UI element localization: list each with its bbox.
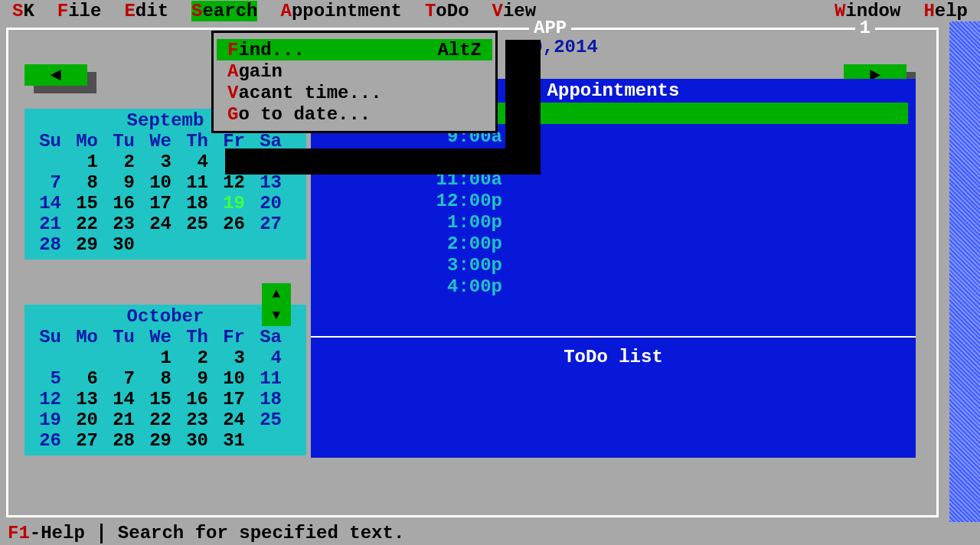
cal-day-cell[interactable]: 15: [67, 193, 104, 214]
appointment-selected-row[interactable]: [487, 103, 908, 124]
menu-item-odo[interactable]: ToDo: [425, 1, 469, 21]
cal-day-cell[interactable]: 11: [251, 368, 288, 389]
menu-item-dit[interactable]: Edit: [124, 1, 168, 21]
cal-day-cell[interactable]: 21: [104, 410, 141, 430]
cal-day-cell[interactable]: 1: [67, 152, 104, 172]
cal-header-cell: Tu: [104, 131, 141, 152]
cal-header-cell: Tu: [104, 327, 141, 348]
menu-item-earch[interactable]: Search: [191, 1, 257, 21]
cal-day-cell[interactable]: 9: [104, 172, 141, 193]
cal-day-cell[interactable]: 19: [31, 410, 67, 430]
status-bar: F1 -Help Search for specified text.: [8, 523, 404, 543]
cal-day-cell[interactable]: 4: [178, 152, 214, 172]
time-slot[interactable]: 3:00p: [395, 255, 502, 276]
cal-day-cell[interactable]: 31: [214, 430, 251, 451]
search-menu-item-acanttime[interactable]: Vacant time...: [217, 82, 492, 103]
cal-day-cell[interactable]: 13: [251, 172, 288, 193]
cal-day-cell[interactable]: 10: [214, 368, 251, 389]
cal-day-cell[interactable]: 16: [104, 193, 141, 214]
cal-day-cell[interactable]: 28: [31, 234, 67, 255]
cal-header-cell: We: [141, 327, 178, 348]
time-slot[interactable]: 2:00p: [395, 233, 502, 255]
cal-day-cell[interactable]: 15: [141, 389, 178, 410]
search-menu-item-otodate[interactable]: Go to date...: [217, 103, 492, 125]
window-number: 1: [855, 18, 875, 38]
cal-day-cell[interactable]: 8: [141, 368, 178, 389]
cal-day-cell[interactable]: 24: [141, 214, 178, 234]
cal-header-cell: Su: [31, 327, 67, 348]
time-slot[interactable]: 12:00p: [395, 191, 502, 212]
calendar-title: October: [31, 306, 300, 327]
right-scrollbar[interactable]: [949, 21, 980, 522]
menu-item-elp[interactable]: Help: [923, 1, 968, 21]
cal-day-cell[interactable]: 29: [141, 430, 178, 451]
cal-day-cell: [31, 348, 67, 368]
cal-day-cell: [104, 348, 141, 368]
time-slot[interactable]: 1:00p: [395, 212, 502, 233]
cal-header-cell: Sa: [251, 327, 288, 348]
panel-divider: [311, 336, 916, 338]
cal-day-cell[interactable]: 27: [251, 214, 288, 234]
cal-day-cell[interactable]: 17: [141, 193, 178, 214]
cal-day-cell[interactable]: 6: [67, 368, 104, 389]
cal-day-cell[interactable]: 28: [104, 430, 141, 451]
cal-day-cell[interactable]: 23: [104, 214, 141, 234]
cal-day-cell[interactable]: 9: [178, 368, 214, 389]
cal-day-cell[interactable]: 14: [31, 193, 67, 214]
cal-day-cell[interactable]: 20: [251, 193, 288, 214]
cal-day-cell[interactable]: 18: [178, 193, 214, 214]
cal-day-cell[interactable]: 24: [214, 410, 251, 430]
cal-header-cell: Mo: [67, 327, 104, 348]
cal-day-cell[interactable]: 1: [141, 348, 178, 368]
cal-day-cell[interactable]: 25: [178, 214, 214, 234]
menu-shadow-bottom: [225, 148, 541, 175]
cal-day-cell[interactable]: 26: [214, 214, 251, 234]
cal-day-cell[interactable]: 3: [141, 152, 178, 172]
search-menu-item-gain[interactable]: Again: [217, 60, 492, 82]
calendar-october: OctoberSuMoTuWeThFrSa1234567891011121314…: [24, 305, 306, 455]
cal-day-cell[interactable]: 20: [67, 410, 104, 430]
todo-header: ToDo list: [311, 347, 916, 367]
cal-day-cell[interactable]: 18: [251, 389, 288, 410]
cal-day-cell[interactable]: 21: [31, 214, 67, 234]
cal-day-cell[interactable]: 4: [251, 348, 288, 368]
cal-day-cell[interactable]: 25: [251, 410, 288, 430]
cal-day-cell[interactable]: 14: [104, 389, 141, 410]
cal-day-cell[interactable]: 7: [104, 368, 141, 389]
cal-day-cell[interactable]: 11: [178, 172, 214, 193]
cal-day-cell: [67, 348, 104, 368]
cal-day-cell[interactable]: 17: [214, 389, 251, 410]
cal-day-cell[interactable]: 23: [178, 410, 214, 430]
cal-header-cell: Fr: [214, 327, 251, 348]
cal-day-cell[interactable]: 30: [178, 430, 214, 451]
cal-header-cell: Th: [178, 131, 214, 152]
cal-day-cell[interactable]: 3: [214, 348, 251, 368]
appointments-panel: Appointments 9:00a10:00a11:00a12:00p1:00…: [311, 79, 916, 458]
cal-day-cell[interactable]: 16: [178, 389, 214, 410]
cal-day-cell[interactable]: 7: [31, 172, 67, 193]
prev-arrow-button[interactable]: ◄: [24, 64, 87, 86]
cal-day-cell[interactable]: 22: [67, 214, 104, 234]
cal-day-cell[interactable]: 27: [67, 430, 104, 451]
cal-day-cell[interactable]: 2: [178, 348, 214, 368]
search-dropdown: Find...AltZAgainVacant time...Go to date…: [211, 31, 498, 133]
menu-item-ile[interactable]: File: [57, 1, 102, 21]
menu-item-k[interactable]: SK: [12, 1, 34, 21]
cal-day-cell[interactable]: 12: [31, 389, 67, 410]
cal-day-cell[interactable]: 19: [214, 193, 251, 214]
cal-day-cell[interactable]: 30: [104, 234, 141, 255]
time-slot[interactable]: 4:00p: [395, 276, 502, 298]
search-menu-item-ind[interactable]: Find...AltZ: [217, 39, 492, 60]
cal-day-cell[interactable]: 2: [104, 152, 141, 172]
cal-day-cell[interactable]: 8: [67, 172, 104, 193]
cal-day-cell[interactable]: 10: [141, 172, 178, 193]
calendar-spinner[interactable]: ▲ ▼: [262, 283, 291, 326]
cal-day-cell[interactable]: 26: [31, 430, 67, 451]
menu-item-ppointment[interactable]: Appointment: [280, 1, 401, 21]
cal-day-cell[interactable]: 22: [141, 410, 178, 430]
cal-day-cell[interactable]: 12: [214, 172, 251, 193]
cal-day-cell[interactable]: 29: [67, 234, 104, 255]
cal-day-cell: [251, 430, 288, 451]
cal-day-cell[interactable]: 5: [31, 368, 67, 389]
cal-day-cell[interactable]: 13: [67, 389, 104, 410]
